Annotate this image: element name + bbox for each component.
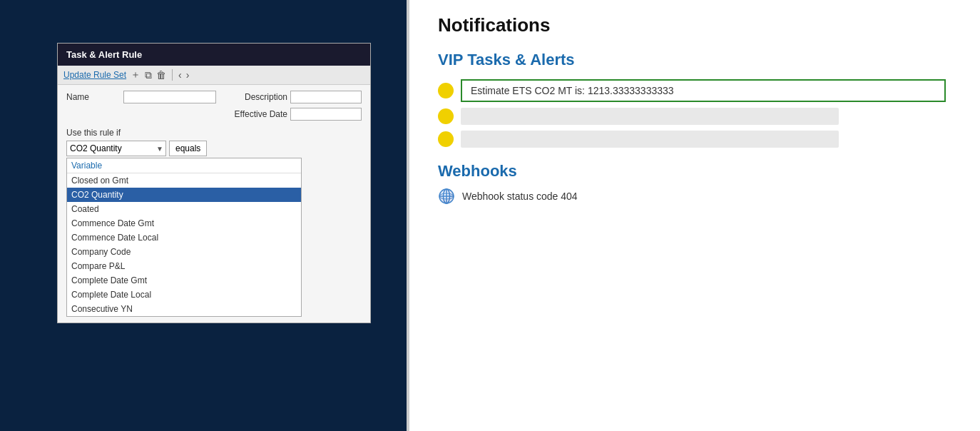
form-fields-row: Name Description Effective Date xyxy=(66,91,362,123)
variable-item[interactable]: Variable xyxy=(67,158,301,173)
dropdown-list-container: Variable Closed on GmtCO2 QuantityCoated… xyxy=(66,158,302,317)
alerts-list: Estimate ETS CO2 MT is: 1213.33333333333 xyxy=(438,79,951,148)
toolbar-separator xyxy=(172,69,173,81)
dialog-title-text: Task & Alert Rule xyxy=(66,49,142,60)
dropdown-item-4[interactable]: Commence Date Local xyxy=(67,230,301,245)
rule-condition-label: Use this rule if xyxy=(66,128,362,138)
dialog-body: Name Description Effective Date Use this… xyxy=(58,85,370,323)
alert-dot-0 xyxy=(438,83,454,98)
alert-dot-2 xyxy=(438,131,454,147)
condition-select[interactable]: CO2 Quantity xyxy=(66,141,166,156)
update-rule-set-link[interactable]: Update Rule Set xyxy=(63,70,126,80)
webhook-item: Webhook status code 404 xyxy=(438,188,951,205)
dropdown-item-3[interactable]: Commence Date Gmt xyxy=(67,216,301,230)
dropdown-list: Closed on GmtCO2 QuantityCoatedCommence … xyxy=(67,173,301,316)
webhook-text: Webhook status code 404 xyxy=(462,191,578,202)
condition-row: CO2 Quantity ▼ equals xyxy=(66,141,362,156)
name-row: Name xyxy=(66,91,216,103)
svg-point-5 xyxy=(439,189,454,203)
right-panel: Notifications VIP Tasks & Alerts Estimat… xyxy=(409,0,980,431)
dropdown-item-8[interactable]: Complete Date Local xyxy=(67,288,301,302)
dropdown-item-6[interactable]: Compare P&L xyxy=(67,259,301,273)
notifications-title: Notifications xyxy=(438,14,951,36)
alert-item-0: Estimate ETS CO2 MT is: 1213.33333333333 xyxy=(438,79,951,102)
dropdown-item-5[interactable]: Company Code xyxy=(67,245,301,259)
effective-date-input[interactable] xyxy=(290,108,362,121)
alert-dot-1 xyxy=(438,108,454,124)
globe-icon xyxy=(438,188,455,205)
alert-item-1 xyxy=(438,108,951,125)
delete-icon[interactable]: 🗑 xyxy=(156,69,166,81)
description-label: Description xyxy=(226,92,290,102)
vip-tasks-title: VIP Tasks & Alerts xyxy=(438,51,951,69)
name-input[interactable] xyxy=(123,91,216,103)
webhooks-title: Webhooks xyxy=(438,162,951,181)
right-form-fields: Description Effective Date xyxy=(226,91,362,123)
dialog-box: Task & Alert Rule Update Rule Set ＋ ⧉ 🗑 … xyxy=(57,43,371,323)
effective-date-label: Effective Date xyxy=(226,109,290,119)
equals-badge: equals xyxy=(169,141,207,156)
name-label: Name xyxy=(66,92,123,102)
description-row: Description xyxy=(226,91,362,103)
dialog-toolbar: Update Rule Set ＋ ⧉ 🗑 ‹ › xyxy=(58,66,370,85)
alert-text-0: Estimate ETS CO2 MT is: 1213.33333333333 xyxy=(461,79,946,102)
dialog-title: Task & Alert Rule xyxy=(58,44,370,66)
alert-text-2 xyxy=(461,131,839,148)
condition-dropdown-wrapper: CO2 Quantity ▼ xyxy=(66,141,166,156)
dropdown-item-9[interactable]: Consecutive YN xyxy=(67,302,301,316)
description-input[interactable] xyxy=(290,91,362,103)
next-icon[interactable]: › xyxy=(186,69,190,81)
alert-text-1 xyxy=(461,108,839,125)
copy-icon[interactable]: ⧉ xyxy=(145,69,152,81)
dropdown-item-1[interactable]: CO2 Quantity xyxy=(67,188,301,202)
alert-text-content-0: Estimate ETS CO2 MT is: 1213.33333333333 xyxy=(471,85,674,96)
effective-date-row: Effective Date xyxy=(226,108,362,121)
left-panel: Task & Alert Rule Update Rule Set ＋ ⧉ 🗑 … xyxy=(0,0,407,431)
prev-icon[interactable]: ‹ xyxy=(178,69,182,81)
alert-item-2 xyxy=(438,131,951,148)
dropdown-item-7[interactable]: Complete Date Gmt xyxy=(67,273,301,288)
dropdown-item-0[interactable]: Closed on Gmt xyxy=(67,173,301,188)
dropdown-item-2[interactable]: Coated xyxy=(67,202,301,216)
add-icon[interactable]: ＋ xyxy=(131,69,141,81)
